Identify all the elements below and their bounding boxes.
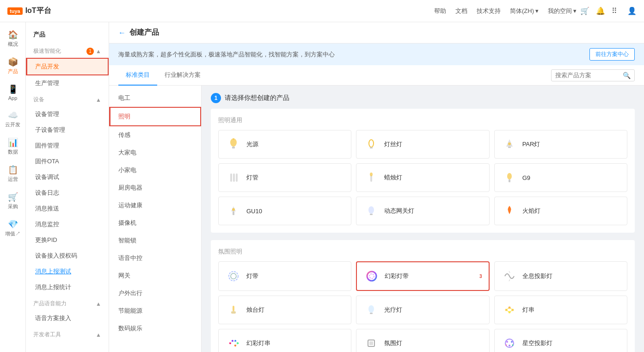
- cat-item-gateway[interactable]: 网关: [109, 267, 201, 284]
- sidebar-item-data[interactable]: 📊 数据: [0, 134, 25, 159]
- cat-item-electric[interactable]: 电工: [109, 89, 201, 107]
- cat-item-camera[interactable]: 摄像机: [109, 214, 201, 232]
- sec-item-production[interactable]: 生产管理: [26, 75, 109, 91]
- grid-icon[interactable]: ⠿: [612, 6, 621, 16]
- cat-item-sensor[interactable]: 传感: [109, 126, 201, 144]
- goto-solution-center-button[interactable]: 前往方案中心: [589, 48, 635, 61]
- svg-rect-4: [370, 147, 373, 148]
- guangyuan-name: 光源: [246, 140, 258, 148]
- bell-icon[interactable]: 🔔: [596, 6, 605, 16]
- sec-item-firmware-ota[interactable]: 固件OTA: [26, 154, 109, 169]
- docs-link[interactable]: 文档: [455, 7, 467, 15]
- svg-rect-27: [231, 311, 236, 314]
- svg-point-22: [367, 272, 376, 281]
- product-card-dengguan[interactable]: 灯管: [218, 163, 351, 192]
- group-title-voice[interactable]: 产品语音能力 ▲: [26, 297, 109, 310]
- sec-item-firmware-mgmt[interactable]: 固件管理: [26, 138, 109, 154]
- svg-rect-40: [369, 341, 373, 345]
- sec-item-msg-report-stat[interactable]: 消息上报统计: [26, 279, 109, 295]
- cat-item-sports[interactable]: 运动健康: [109, 197, 201, 214]
- cat-item-lighting[interactable]: 照明: [109, 107, 201, 126]
- sec-item-msg-monitor[interactable]: 消息监控: [26, 216, 109, 232]
- sec-item-voice-access[interactable]: 语音方案接入: [26, 310, 109, 326]
- product-card-g9[interactable]: G9: [494, 163, 627, 192]
- sidebar-item-cloud[interactable]: ☁️ 云开发: [0, 106, 25, 132]
- cart-icon[interactable]: 🛒: [580, 6, 589, 16]
- par-name: PAR灯: [522, 140, 540, 148]
- product-card-fenwei[interactable]: 氛围灯: [356, 329, 489, 352]
- product-card-dengsileg[interactable]: 灯丝灯: [356, 130, 489, 159]
- cat-item-energy[interactable]: 节能能源: [109, 302, 201, 320]
- sec-item-auth-code[interactable]: 设备接入授权码: [26, 248, 109, 264]
- product-card-guangliao[interactable]: 光疗灯: [356, 296, 489, 324]
- search-icon[interactable]: 🔍: [623, 72, 631, 79]
- product-card-par[interactable]: PAR灯: [494, 130, 627, 159]
- huancai-dengdai-name: 幻彩灯带: [385, 272, 409, 280]
- sec-item-device-debug[interactable]: 设备调试: [26, 169, 109, 185]
- product-card-flame[interactable]: 火焰灯: [494, 197, 627, 225]
- product-card-dengdai[interactable]: 灯带: [218, 261, 351, 291]
- cat-item-voice-control[interactable]: 语音中控: [109, 249, 201, 267]
- sec-item-msg-report-test[interactable]: 消息上报测试: [26, 264, 109, 279]
- product-card-gu10[interactable]: GU10: [218, 197, 351, 225]
- svg-rect-10: [236, 173, 238, 182]
- cat-item-smart-lock[interactable]: 智能锁: [109, 232, 201, 249]
- product-card-guangyuan[interactable]: 光源: [218, 130, 351, 159]
- product-card-zhutai[interactable]: 烛台灯: [218, 296, 351, 324]
- product-card-gateway-light[interactable]: 动态网关灯: [356, 197, 489, 225]
- sidebar-item-overview[interactable]: 🏠 概况: [0, 26, 25, 51]
- sec-item-change-pid[interactable]: 更换PID: [26, 232, 109, 248]
- sidebar-item-product[interactable]: 📦 产品: [0, 53, 25, 79]
- section-lighting-general: 照明通用 光源 灯丝灯: [211, 109, 635, 233]
- sec-item-msg-push[interactable]: 消息推送: [26, 201, 109, 216]
- svg-point-44: [509, 345, 510, 346]
- cat-item-kitchen[interactable]: 厨房电器: [109, 179, 201, 197]
- search-input[interactable]: [555, 72, 620, 79]
- tab-industry[interactable]: 行业解决方案: [157, 65, 208, 86]
- svg-point-45: [505, 345, 507, 346]
- cat-item-large-appliance[interactable]: 大家电: [109, 144, 201, 161]
- product-card-quanxi[interactable]: 全息投影灯: [494, 261, 627, 291]
- sidebar-item-operations[interactable]: 📋 运营: [0, 161, 25, 186]
- sec-item-product-dev[interactable]: 产品开发: [26, 58, 109, 75]
- dengguan-name: 灯管: [246, 173, 258, 182]
- dengdai-name: 灯带: [246, 272, 258, 280]
- dengsileg-name: 灯丝灯: [384, 140, 402, 148]
- language-selector[interactable]: 简体(ZH) ▾: [510, 7, 539, 15]
- sec-item-sub-device[interactable]: 子设备管理: [26, 122, 109, 138]
- xingkong-name: 星空投影灯: [522, 339, 552, 347]
- secondary-sidebar: 产品 极速智能化 1 ▲ 产品开发 生产管理 设备 ▲ 设备管理 子设备管理 固…: [26, 22, 109, 352]
- collapse-icon: ▲: [96, 48, 101, 55]
- product-icon: 📦: [8, 57, 18, 67]
- product-card-lazhu[interactable]: 蜡烛灯: [356, 163, 489, 192]
- tab-standard[interactable]: 标准类目: [118, 65, 157, 86]
- par-icon: [501, 136, 518, 153]
- group-title-devtools[interactable]: 开发者工具 ▲: [26, 328, 109, 341]
- group-title-intelligent[interactable]: 极速智能化 1 ▲: [26, 44, 109, 58]
- product-card-huancai-dengdai[interactable]: 幻彩灯带 3: [356, 261, 489, 291]
- product-card-dengchuan[interactable]: 灯串: [494, 296, 627, 324]
- help-link[interactable]: 帮助: [434, 7, 446, 15]
- cat-item-outdoor[interactable]: 户外出行: [109, 284, 201, 302]
- zhutai-icon: [225, 302, 242, 318]
- product-card-huancai-chuan[interactable]: 幻彩灯串: [218, 329, 351, 352]
- svg-rect-6: [508, 147, 511, 148]
- cat-item-digital[interactable]: 数码娱乐: [109, 320, 201, 337]
- back-button[interactable]: ←: [118, 29, 126, 37]
- user-icon[interactable]: 👤: [627, 6, 637, 16]
- sidebar-item-purchase[interactable]: 🛒 采购: [0, 188, 25, 214]
- product-card-xingkong[interactable]: 星空投影灯: [494, 329, 627, 352]
- sec-item-device-mgmt[interactable]: 设备管理: [26, 106, 109, 122]
- dengguan-icon: [225, 169, 242, 186]
- cat-item-small-appliance[interactable]: 小家电: [109, 161, 201, 179]
- group-title-device[interactable]: 设备 ▲: [26, 93, 109, 106]
- sidebar-item-app[interactable]: 📱 App: [0, 80, 25, 105]
- my-space-btn[interactable]: 我的空间 ▾: [548, 7, 577, 15]
- category-list: 电工 照明 传感 大家电 小家电 厨房电器 运动健康 摄像机 智能锁 语音中控 …: [109, 86, 202, 352]
- step3-annotation: 3: [479, 274, 482, 279]
- zhutai-name: 烛台灯: [246, 306, 264, 314]
- sidebar-item-value[interactable]: 💎 增值↗: [0, 216, 25, 241]
- sec-item-device-log[interactable]: 设备日志: [26, 185, 109, 201]
- svg-point-16: [232, 208, 235, 211]
- tech-support-link[interactable]: 技术支持: [477, 7, 501, 15]
